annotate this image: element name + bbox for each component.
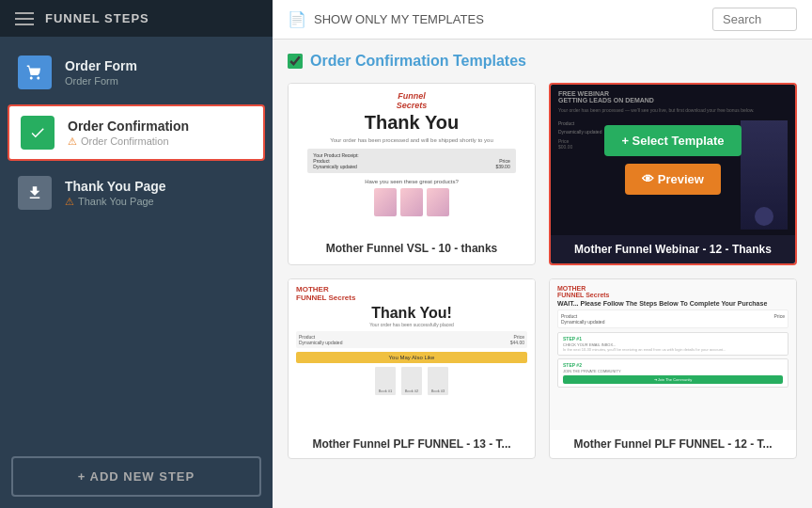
main-content: 📄 SHOW ONLY MY TEMPLATES Order Confirmat… (273, 0, 812, 508)
section-checkbox[interactable] (288, 54, 303, 69)
step-order-form[interactable]: Order Form Order Form (0, 44, 273, 101)
warning-icon-thankyou: ⚠ (65, 196, 74, 208)
cart-icon (18, 56, 52, 89)
sidebar: FUNNEL STEPS Order Form Order Form Order… (0, 0, 273, 508)
step-order-confirmation-subtitle: ⚠ Order Confirmation (68, 135, 252, 148)
sidebar-title: FUNNEL STEPS (45, 11, 149, 25)
preview-button[interactable]: 👁 Preview (625, 164, 721, 195)
download-icon (18, 176, 52, 210)
templates-grid: FunnelSecrets Thank You Your order has b… (288, 83, 797, 459)
webinar-overlay: + Select Template 👁 Preview (551, 85, 795, 235)
template-card-vsl10[interactable]: FunnelSecrets Thank You Your order has b… (288, 83, 536, 265)
select-template-button[interactable]: + Select Template (604, 125, 741, 156)
section-header: Order Confirmation Templates (288, 53, 797, 70)
search-input[interactable] (712, 8, 797, 31)
step-thank-you-subtitle: ⚠ Thank You Page (65, 196, 258, 208)
template-card-plf13[interactable]: MOTHERFUNNEL Secrets Thank You! Your ord… (288, 278, 536, 459)
template-webinar12-label: Mother Funnel Webinar - 12 - Thanks (551, 235, 795, 263)
step-order-form-name: Order Form (65, 58, 258, 73)
show-my-templates-label: SHOW ONLY MY TEMPLATES (314, 12, 484, 26)
step-order-confirmation[interactable]: Order Confirmation ⚠ Order Confirmation (8, 104, 265, 161)
step-thank-you-info: Thank You Page ⚠ Thank You Page (65, 179, 258, 208)
warning-icon-confirmation: ⚠ (68, 135, 77, 148)
section-title: Order Confirmation Templates (310, 53, 526, 70)
check-icon (21, 116, 55, 150)
step-thank-you-name: Thank You Page (65, 179, 258, 194)
template-card-plf12[interactable]: MOTHERFUNNEL Secrets WAIT... Please Foll… (549, 278, 797, 459)
sidebar-header: FUNNEL STEPS (0, 0, 273, 37)
template-card-webinar12[interactable]: FREE WEBINARGETTING LEADS ON DEMAND Your… (549, 83, 797, 265)
step-order-confirmation-name: Order Confirmation (68, 119, 252, 134)
top-bar: 📄 SHOW ONLY MY TEMPLATES (273, 0, 812, 40)
add-step-button[interactable]: + ADD NEW STEP (11, 456, 261, 497)
step-thank-you[interactable]: Thank You Page ⚠ Thank You Page (0, 165, 273, 221)
step-order-confirmation-info: Order Confirmation ⚠ Order Confirmation (68, 119, 252, 148)
sidebar-steps: Order Form Order Form Order Confirmation… (0, 37, 273, 445)
show-my-templates-toggle[interactable]: 📄 SHOW ONLY MY TEMPLATES (288, 10, 484, 28)
hamburger-icon[interactable] (15, 12, 34, 25)
template-thumb-webinar12: FREE WEBINARGETTING LEADS ON DEMAND Your… (551, 85, 795, 235)
step-order-form-subtitle: Order Form (65, 75, 258, 87)
templates-area: Order Confirmation Templates FunnelSecre… (273, 40, 812, 508)
doc-icon: 📄 (288, 10, 306, 28)
step-order-form-info: Order Form Order Form (65, 58, 258, 87)
